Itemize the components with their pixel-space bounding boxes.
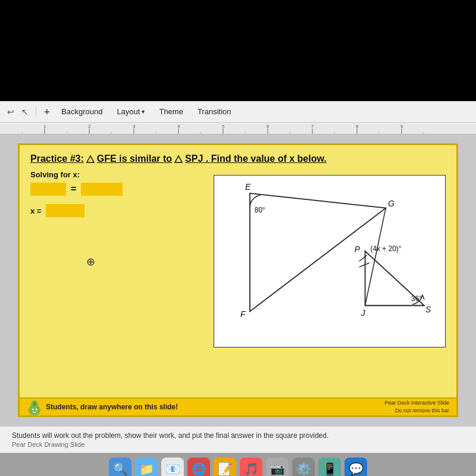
dock-item-7[interactable]: 📷 [266, 458, 289, 477]
pear-deck-credit: Pear Deck Interactive Slide Do not remov… [384, 399, 449, 414]
diagram-box: E G F P J S 80° (4x + 20)° 36 [214, 175, 446, 347]
svg-line-34 [359, 263, 369, 267]
dock-item-1[interactable]: 🔍 [109, 458, 131, 477]
title-spj: SPJ . Find the value of x below. [185, 154, 327, 164]
toolbar-divider-1 [36, 106, 36, 118]
x-label: x = [30, 206, 41, 215]
pear-deck-line1: Pear Deck Interactive Slide [384, 399, 449, 407]
slide-bottom-bar: Students, draw anywhere on this slide! P… [20, 397, 456, 415]
draw-text: Students, draw anywhere on this slide! [46, 403, 178, 411]
pear-icon [27, 398, 42, 416]
eq-right-box [81, 183, 123, 196]
title-gfe: GFE is similar to [97, 154, 172, 164]
label-P: P [355, 245, 361, 254]
dock-item-10[interactable]: 💬 [345, 458, 367, 477]
below-main-content: tudents will work out the problem, show … [17, 431, 328, 440]
svg-text:1: 1 [43, 124, 46, 129]
toolbar: ↩ ↖ + Background Layout ▾ Theme Transiti… [0, 101, 476, 123]
layout-button[interactable]: Layout ▾ [111, 106, 151, 117]
eq-left-box [30, 183, 66, 196]
cursor-icon[interactable]: ↖ [19, 106, 31, 118]
undo-icon[interactable]: ↩ [5, 106, 17, 118]
diagram-wrapper: E G F P J S 80° (4x + 20)° 36 [214, 175, 446, 347]
pear-deck-line2: Do not remove this bar [384, 407, 449, 415]
angle-4x: (4x + 20)° [371, 245, 402, 253]
svg-text:3: 3 [133, 124, 136, 129]
dock-item-3[interactable]: 📧 [161, 458, 184, 477]
below-slide: Students will work out the problem, show… [0, 426, 476, 453]
theme-button[interactable]: Theme [153, 106, 189, 117]
svg-text:8: 8 [356, 124, 359, 129]
dock-item-2[interactable]: 📁 [135, 458, 158, 477]
svg-point-39 [33, 402, 36, 406]
below-subtext: Pear Deck Drawing Slide [12, 441, 464, 448]
label-F: F [240, 309, 246, 319]
svg-text:4: 4 [177, 124, 180, 129]
triangle-gfe-sym [86, 154, 95, 164]
dock-item-5[interactable]: 📝 [214, 458, 236, 477]
svg-marker-29 [87, 156, 94, 162]
dock-item-4[interactable]: 🌐 [187, 458, 210, 477]
label-G: G [388, 199, 394, 208]
svg-text:5: 5 [222, 124, 225, 129]
dock-item-9[interactable]: 📱 [318, 458, 341, 477]
background-button[interactable]: Background [55, 106, 108, 117]
layout-chevron: ▾ [142, 108, 145, 115]
slide-bottom-left: Students, draw anywhere on this slide! [27, 398, 178, 416]
svg-line-33 [359, 255, 367, 261]
svg-line-35 [422, 295, 424, 300]
svg-text:2: 2 [88, 124, 91, 129]
svg-line-36 [365, 208, 386, 306]
label-S: S [425, 305, 431, 314]
dock-item-6[interactable]: 🎵 [240, 458, 262, 477]
x-answer-box [46, 204, 84, 217]
below-prefix: S [12, 431, 17, 440]
svg-point-40 [32, 409, 34, 411]
ruler: 1 2 3 4 5 6 7 8 9 [0, 123, 476, 134]
below-main-text: Students will work out the problem, show… [12, 431, 464, 440]
angle-36: 36° [411, 295, 422, 303]
title-practice: Practice #3: [30, 154, 84, 164]
svg-text:9: 9 [400, 124, 403, 129]
layout-label: Layout [117, 107, 140, 116]
crosshair-icon: ⊕ [86, 255, 95, 268]
svg-marker-30 [175, 156, 182, 162]
label-J: J [361, 308, 366, 318]
svg-text:7: 7 [311, 124, 314, 129]
angle-80: 80° [255, 206, 265, 214]
triangle-spj-sym [174, 154, 183, 164]
mac-dock: 🔍 📁 📧 🌐 📝 🎵 📷 ⚙️ 📱 💬 [0, 453, 476, 476]
transition-button[interactable]: Transition [192, 106, 237, 117]
slide-container: Practice #3: GFE is similar to SPJ . Fin… [0, 134, 476, 426]
slide-title: Practice #3: GFE is similar to SPJ . Fin… [30, 154, 446, 164]
plus-icon[interactable]: + [41, 106, 53, 118]
below-sub-prefix: Pear Dec [12, 441, 39, 448]
label-E: E [245, 182, 251, 192]
slide: Practice #3: GFE is similar to SPJ . Fin… [18, 143, 458, 417]
dock-item-8[interactable]: ⚙️ [292, 458, 315, 477]
svg-text:6: 6 [267, 124, 270, 129]
diagram-svg: E G F P J S 80° (4x + 20)° 36 [214, 176, 445, 347]
ruler-svg: 1 2 3 4 5 6 7 8 9 [0, 123, 476, 134]
below-sub-content: k Drawing Slide [39, 441, 84, 448]
top-black-bar [0, 0, 476, 101]
eq-sign: = [71, 184, 76, 195]
svg-point-41 [36, 409, 37, 411]
